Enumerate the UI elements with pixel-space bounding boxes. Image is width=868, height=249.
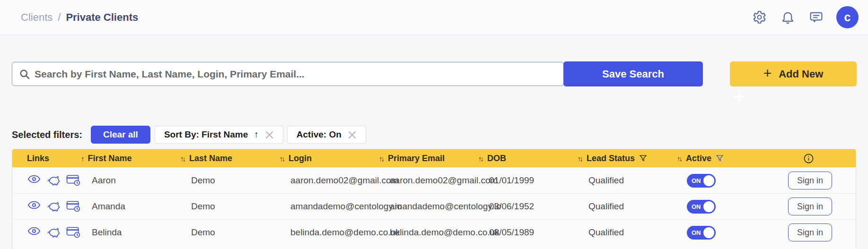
search-input[interactable] — [35, 69, 557, 80]
remove-sort-filter-icon[interactable] — [265, 130, 274, 139]
table-row: Belinda Demo belinda.demo@demo.co.uk bel… — [12, 219, 856, 245]
breadcrumb-separator: / — [58, 11, 61, 24]
cell-sign-in: Sign in — [750, 172, 856, 189]
active-toggle[interactable]: ON — [687, 200, 716, 214]
selected-filters-bar: Selected filters: Clear all Sort By: Fir… — [12, 126, 370, 144]
column-header-login[interactable]: ↑↓Login — [276, 154, 376, 163]
top-bar: Clients / Private Clients c — [0, 0, 868, 35]
cell-sign-in: Sign in — [750, 197, 856, 215]
cell-login: belinda.demo@demo.co.uk — [276, 227, 376, 238]
cell-lead-status: Qualified — [574, 201, 674, 212]
active-toggle[interactable]: ON — [687, 226, 716, 240]
sort-icon: ↑↓ — [478, 155, 484, 163]
cursor-plus-icon: + — [728, 86, 750, 107]
selected-filters-label: Selected filters: — [12, 129, 82, 140]
column-header-lead_status[interactable]: ↑↓Lead Status — [574, 154, 674, 163]
breadcrumb-clients[interactable]: Clients — [21, 11, 53, 24]
chip-label: Sort By: First Name — [164, 129, 248, 140]
add-new-label: Add New — [779, 68, 823, 80]
cell-last-name: Demo — [177, 201, 276, 212]
toggle-knob — [703, 175, 714, 186]
filter-chip-sort-by: Sort By: First Name ↑ — [155, 126, 283, 144]
cell-dob: 08/05/1989 — [475, 227, 574, 238]
cell-dob: 03/06/1952 — [475, 201, 574, 212]
toggle-on-label: ON — [692, 203, 701, 210]
cell-active: ON — [674, 226, 750, 240]
table-body: Aaron Demo aaron.demo02@gmail.com aaron.… — [12, 167, 856, 245]
toggle-on-label: ON — [692, 177, 701, 184]
cell-first-name: Amanda — [78, 201, 177, 212]
cell-primary-email: amandademo@centology.io — [376, 201, 475, 212]
settings-gear-icon[interactable] — [751, 9, 767, 26]
view-client-icon[interactable] — [27, 226, 41, 239]
filter-funnel-icon[interactable] — [639, 155, 647, 163]
toggle-knob — [703, 201, 714, 212]
column-header-last_name[interactable]: ↑↓Last Name — [177, 154, 276, 163]
table-row: Aaron Demo aaron.demo02@gmail.com aaron.… — [12, 167, 856, 193]
cell-login: aaron.demo02@gmail.com — [276, 175, 376, 186]
column-label: Primary Email — [388, 154, 445, 163]
messages-chat-icon[interactable] — [808, 9, 824, 26]
cell-active: ON — [674, 174, 750, 188]
filter-funnel-icon[interactable] — [716, 155, 724, 163]
row-links — [12, 226, 78, 239]
sort-icon: ↑↓ — [379, 155, 385, 163]
sign-in-button[interactable]: Sign in — [788, 197, 832, 215]
cell-primary-email: aaron.demo02@gmail.com — [376, 175, 475, 186]
search-icon — [19, 69, 30, 80]
save-search-button[interactable]: Save Search — [563, 61, 703, 86]
notifications-bell-icon[interactable] — [780, 9, 796, 26]
view-client-icon[interactable] — [27, 200, 41, 213]
piggy-bank-icon[interactable] — [46, 174, 61, 187]
remove-active-filter-icon[interactable] — [348, 130, 357, 139]
add-new-button[interactable]: + Add New — [730, 61, 857, 86]
sort-icon: ↑↓ — [578, 155, 583, 163]
sort-icon: ↑↓ — [180, 155, 186, 163]
column-label: First Name — [88, 154, 132, 163]
column-header-dob[interactable]: ↑↓DOB — [475, 154, 574, 163]
column-label: Lead Status — [587, 154, 635, 163]
sort-icon: ↑↓ — [677, 155, 683, 163]
cell-first-name: Aaron — [78, 175, 177, 186]
sort-icon: ↑↓ — [280, 155, 285, 163]
toggle-knob — [703, 227, 714, 238]
column-label: Active — [686, 154, 711, 163]
toggle-on-label: ON — [692, 229, 701, 236]
piggy-bank-icon[interactable] — [46, 226, 61, 239]
column-header-first_name[interactable]: ↑First Name — [78, 154, 177, 163]
sign-in-button[interactable]: Sign in — [788, 223, 832, 241]
column-header-active[interactable]: ↑↓Active — [674, 154, 750, 163]
row-links — [12, 200, 78, 213]
cell-last-name: Demo — [177, 175, 276, 186]
plus-icon: + — [763, 66, 772, 80]
cell-login: amandademo@centology.io — [276, 201, 376, 212]
column-label: Links — [27, 154, 49, 163]
sign-in-button[interactable]: Sign in — [788, 172, 832, 189]
cell-sign-in: Sign in — [750, 223, 856, 241]
chip-label: Active: On — [297, 129, 342, 140]
table-info-icon[interactable] — [750, 153, 856, 164]
column-label: Last Name — [189, 154, 232, 163]
piggy-bank-icon[interactable] — [46, 200, 61, 213]
breadcrumb: Clients / Private Clients — [21, 11, 138, 24]
cell-lead-status: Qualified — [574, 227, 674, 238]
search-box — [12, 62, 564, 86]
column-label: Login — [289, 154, 312, 163]
breadcrumb-private-clients: Private Clients — [66, 11, 138, 24]
cell-primary-email: belinda.demo@demo.co.uk — [376, 227, 475, 238]
view-client-icon[interactable] — [27, 174, 41, 187]
active-toggle[interactable]: ON — [687, 174, 716, 188]
table-row: Amanda Demo amandademo@centology.io aman… — [12, 193, 856, 219]
clients-table: Links↑First Name↑↓Last Name↑↓Login↑↓Prim… — [12, 149, 856, 249]
cell-first-name: Belinda — [78, 227, 177, 238]
cell-active: ON — [674, 200, 750, 214]
user-avatar[interactable]: c — [836, 6, 859, 28]
column-header-primary_email[interactable]: ↑↓Primary Email — [376, 154, 475, 163]
cell-lead-status: Qualified — [574, 175, 674, 186]
column-label: DOB — [487, 154, 506, 163]
clear-all-button[interactable]: Clear all — [91, 126, 150, 144]
sort-asc-icon: ↑ — [81, 155, 85, 163]
cell-last-name: Demo — [177, 227, 276, 238]
table-header-row: Links↑First Name↑↓Last Name↑↓Login↑↓Prim… — [12, 149, 856, 167]
cell-dob: 01/01/1999 — [475, 175, 574, 186]
